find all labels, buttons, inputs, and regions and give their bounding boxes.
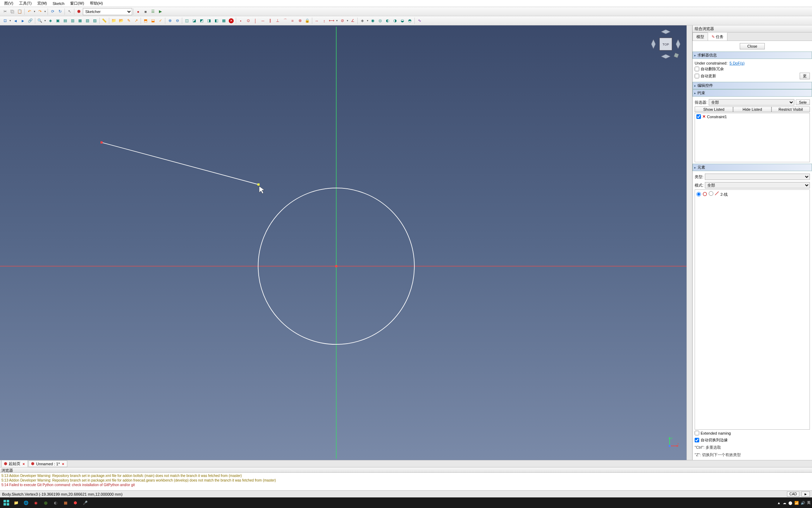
validate-icon[interactable]: ✓ — [157, 17, 164, 24]
bottom-icon[interactable]: ▧ — [84, 17, 91, 24]
hide-listed-button[interactable]: Hide Listed — [733, 107, 771, 112]
reorient-icon[interactable]: ⬓ — [149, 17, 156, 24]
update-button[interactable]: 更 — [800, 73, 810, 79]
close-tab-icon[interactable]: × — [22, 462, 25, 466]
vertex-1[interactable] — [100, 141, 103, 144]
dim-horiz-icon[interactable]: ↔ — [313, 17, 320, 24]
horizontal-icon[interactable]: ─ — [259, 17, 266, 24]
perpendicular-icon[interactable]: ⊥ — [274, 17, 281, 24]
auto-update-checkbox[interactable] — [695, 74, 699, 78]
filter-select-button[interactable]: Sele — [796, 99, 810, 105]
task-explorer-icon[interactable]: 📁 — [11, 498, 21, 508]
elements-header[interactable]: 元素 — [693, 164, 812, 171]
doc-tab-unnamed[interactable]: ⬢ Unnamed : 1* × — [29, 460, 67, 467]
doc-tab-start[interactable]: ⬢ 起始页 × — [1, 460, 28, 467]
tab-model[interactable]: 模型 — [693, 32, 708, 41]
coincident-icon[interactable]: ⊙ — [245, 17, 252, 24]
macros-icon[interactable]: ☰ — [149, 8, 156, 15]
pointer-icon[interactable]: ↖ — [66, 8, 73, 15]
origin-point[interactable] — [335, 265, 337, 267]
refresh2-icon[interactable]: ↻ — [56, 8, 63, 15]
merge-icon[interactable]: ⊕ — [166, 17, 173, 24]
nav-cube[interactable]: TOP — [650, 28, 682, 60]
rear-icon[interactable]: ▦ — [76, 17, 84, 24]
menu-window[interactable]: 窗口(W) — [67, 0, 87, 7]
copy-icon[interactable]: ⿻ — [9, 8, 16, 15]
solver-dof-link[interactable]: 5 DoF(s) — [730, 61, 745, 65]
restrict-visibility-button[interactable]: Restrict Visibil — [771, 107, 810, 112]
dim-dist-icon[interactable]: ⟷ — [328, 17, 335, 24]
redo-dropdown[interactable]: ▼ — [44, 8, 47, 15]
record-icon[interactable]: ● — [135, 8, 142, 15]
constraint-item[interactable]: ✕ Constraint1 — [696, 114, 809, 119]
top-icon[interactable]: ▤ — [62, 17, 69, 24]
left-icon[interactable]: ▨ — [91, 17, 98, 24]
element-type-select[interactable] — [705, 174, 810, 180]
tb-ext4-icon[interactable]: ▦ — [220, 17, 227, 24]
menu-help[interactable]: 帮助(H) — [87, 0, 106, 7]
tray-volume-icon[interactable]: 🔊 — [801, 501, 805, 505]
tray-icon[interactable]: ☁ — [783, 501, 786, 505]
menu-sketch[interactable]: Sketch — [50, 1, 67, 6]
toggle-construction-icon[interactable]: ◈ — [359, 17, 366, 24]
elements-list[interactable]: 2-线 — [695, 189, 810, 430]
task-mic-icon[interactable]: 🎤 — [80, 498, 90, 508]
view-section-icon[interactable]: ◫ — [183, 17, 190, 24]
task-app2-icon[interactable]: ◎ — [41, 498, 51, 508]
point-icon[interactable]: • — [237, 17, 244, 24]
constraints-list[interactable]: ✕ Constraint1 — [695, 113, 810, 162]
paste-icon[interactable]: 📋 — [16, 8, 23, 15]
task-app3-icon[interactable]: ◐ — [51, 498, 61, 508]
select-elements-icon[interactable]: ◐ — [384, 17, 391, 24]
close-tab-icon[interactable]: × — [61, 462, 65, 466]
system-tray[interactable]: ▲ ☁ ⬤ 📶 🔊 英 — [777, 500, 811, 505]
dim-angle-icon[interactable]: ∠ — [349, 17, 356, 24]
nav-link-icon[interactable]: 🔗 — [27, 17, 34, 24]
task-app1-icon[interactable]: ◉ — [31, 498, 41, 508]
tb-ext1-icon[interactable]: ◩ — [198, 17, 205, 24]
constraint-checkbox[interactable] — [696, 114, 701, 119]
select-vaxis-icon[interactable]: ◒ — [399, 17, 406, 24]
stop-op-icon[interactable]: ✕ — [228, 17, 235, 24]
constraints-header[interactable]: 约束 — [693, 89, 812, 97]
scissors-icon[interactable]: ✂ — [1, 8, 8, 15]
parallel-icon[interactable]: ∥ — [267, 17, 274, 24]
nav-right-icon[interactable]: ► — [19, 17, 26, 24]
edit-controls-header[interactable]: 编辑控件 — [693, 82, 812, 89]
select-haxis-icon[interactable]: ◓ — [406, 17, 413, 24]
measure-icon[interactable]: 📏 — [101, 17, 108, 24]
select-origin-icon[interactable]: ◑ — [392, 17, 399, 24]
task-freecad-icon[interactable]: ⬢ — [70, 498, 80, 508]
fit-icon[interactable]: ⊡ — [1, 17, 8, 24]
status-nav-arrow[interactable]: ► — [801, 491, 810, 497]
bspline-tool-icon[interactable]: ∿ — [416, 17, 423, 24]
tray-icon[interactable]: ▲ — [777, 501, 781, 505]
view-sketch-icon[interactable]: ◪ — [191, 17, 198, 24]
folder-icon[interactable]: 📁 — [110, 17, 117, 24]
dim-vert-icon[interactable]: ↕ — [321, 17, 328, 24]
equal-icon[interactable]: = — [289, 17, 296, 24]
stop-icon[interactable]: ■ — [142, 8, 149, 15]
menu-view[interactable]: 图(V) — [1, 0, 16, 7]
menu-macro[interactable]: 宏(M) — [35, 0, 50, 7]
solver-section-header[interactable]: 求解器信息 — [693, 52, 812, 59]
tray-lang[interactable]: 英 — [807, 500, 811, 505]
front-icon[interactable]: ▣ — [54, 17, 61, 24]
undo-icon[interactable]: ↶ — [26, 8, 33, 15]
workbench-select[interactable]: Sketcher — [83, 8, 132, 15]
status-cad-mode[interactable]: CAD — [787, 491, 799, 497]
vertical-icon[interactable]: │ — [252, 17, 259, 24]
tb-ext3-icon[interactable]: ◧ — [213, 17, 220, 24]
vertex-2[interactable] — [258, 183, 260, 186]
start-button[interactable] — [1, 498, 11, 508]
play-icon[interactable]: ▶ — [157, 8, 164, 15]
task-app4-icon[interactable]: ▦ — [61, 498, 70, 508]
nav-left-icon[interactable]: ◄ — [12, 17, 19, 24]
right-icon[interactable]: ▥ — [69, 17, 76, 24]
dim-radius-icon[interactable]: ⊘ — [339, 17, 346, 24]
iso-icon[interactable]: ◈ — [47, 17, 54, 24]
edit-sketch-icon[interactable]: ✎ — [125, 17, 132, 24]
element-mode-select[interactable]: 全部 — [705, 182, 810, 188]
select-redundant-icon[interactable]: ◉ — [369, 17, 376, 24]
tab-tasks[interactable]: ✎任务 — [708, 32, 727, 41]
